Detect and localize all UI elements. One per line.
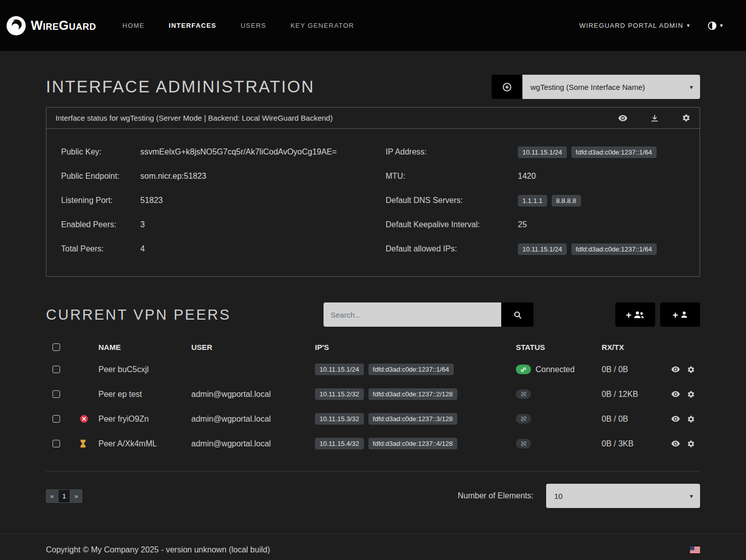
interface-settings-gear-icon[interactable] [682, 114, 690, 122]
elements-per-page-label: Number of Elements: [458, 491, 534, 500]
peer-ip-badges: 10.11.15.4/32 fdfd:d3ad:c0de:1237::4/128 [315, 438, 457, 449]
nav-item-interfaces[interactable]: INTERFACES [156, 22, 228, 29]
search-icon [513, 311, 522, 319]
peer-settings-gear-icon[interactable] [687, 440, 695, 448]
nav-item-users[interactable]: USERS [229, 22, 279, 29]
peer-rxtx: 0B / 12KB [602, 390, 671, 399]
col-status: STATUS [516, 343, 602, 351]
search-input[interactable] [324, 302, 501, 327]
disconnected-link-slash-icon [516, 389, 531, 399]
peer-settings-gear-icon[interactable] [687, 415, 695, 423]
peer-checkbox[interactable] [52, 440, 60, 447]
peer-user: admin@wgportal.local [191, 415, 315, 424]
user-menu-label: WIREGUARD PORTAL ADMIN [579, 22, 683, 29]
plus-icon: + [672, 310, 678, 320]
search-button[interactable] [501, 302, 534, 327]
peer-view-eye-icon[interactable] [671, 391, 680, 397]
copyright-text: Copyright © My Company 2025 - version un… [46, 545, 270, 554]
ip-badge: 10.11.15.1/24 [518, 243, 567, 255]
plus-circle-icon [502, 82, 512, 92]
field-public-endpoint: Public Endpoint: som.nicr.ep:51823 [61, 164, 386, 188]
circle-half-theme-icon [707, 21, 717, 31]
peer-disabled-icon [80, 415, 88, 423]
elements-per-page-select[interactable]: 10 ▾ [546, 484, 700, 508]
nav-item-home[interactable]: HOME [111, 22, 157, 29]
nav-item-key-generator[interactable]: KEY GENERATOR [279, 22, 366, 29]
brand-text: WireGuard [31, 18, 96, 33]
peer-checkbox[interactable] [52, 390, 60, 398]
peer-user: admin@wgportal.local [191, 390, 315, 399]
peer-add-buttons: + + [615, 302, 700, 327]
connected-link-icon [516, 365, 531, 374]
peers-table: NAME USER IP'S STATUS RX/TX Peer buC5cxj… [46, 337, 700, 472]
users-group-icon [633, 311, 645, 319]
peer-view-eye-icon[interactable] [671, 440, 680, 447]
field-default-dns: Default DNS Servers: 1.1.1.1 8.8.8.8 [386, 188, 690, 213]
download-config-icon[interactable] [651, 114, 659, 122]
language-flag-us-icon[interactable] [690, 546, 700, 553]
navbar: WireGuard HOME INTERFACES USERS KEY GENE… [0, 0, 746, 51]
field-value: 3 [140, 220, 145, 229]
chevron-down-icon: ▾ [689, 84, 693, 90]
pagination: « 1 » [46, 489, 82, 503]
ip-badges: 10.11.15.1/24 fdfd:d3ad:c0de:1237::1/64 [518, 146, 657, 158]
peer-row: Peer A/Xk4mML admin@wgportal.local 10.11… [46, 431, 700, 456]
add-multiple-peers-button[interactable]: + [615, 302, 655, 327]
card-header-actions [618, 114, 690, 122]
field-value: 51823 [140, 196, 163, 205]
select-all-checkbox[interactable] [52, 343, 60, 351]
add-peer-button[interactable]: + [660, 302, 700, 327]
ip-badge: fdfd:d3ad:c0de:1237::3/128 [368, 413, 457, 425]
interface-status-card: Interface status for wgTesting (Server M… [46, 107, 700, 277]
peer-row: Peer buC5cxjl 10.11.15.1/24 fdfd:d3ad:c0… [46, 357, 700, 382]
peer-ip-badges: 10.11.15.3/32 fdfd:d3ad:c0de:1237::3/128 [315, 413, 457, 425]
ip-badge: 10.11.15.1/24 [315, 364, 364, 375]
ip-badge: fdfd:d3ad:c0de:1237::1/64 [368, 364, 454, 375]
peer-user: admin@wgportal.local [191, 439, 315, 448]
dns-badges: 1.1.1.1 8.8.8.8 [518, 195, 581, 207]
interface-select-value: wgTesting (Some Interface Name) [530, 83, 645, 91]
peer-view-eye-icon[interactable] [671, 416, 680, 422]
navbar-right: WIREGUARD PORTAL ADMIN ▾ ▾ [579, 21, 723, 31]
chevron-down-icon: ▾ [689, 493, 693, 499]
interface-status-card-body: Public Key: ssvmEelxG+k8jsNO5G7cq5r/Ak7l… [46, 129, 700, 276]
allowed-ip-badges: 10.11.15.1/24 fdfd:d3ad:c0de:1237::1/64 [518, 243, 657, 255]
wireguard-logo[interactable]: WireGuard [6, 16, 96, 36]
field-value: 1420 [518, 172, 536, 181]
pagination-next-button[interactable]: » [70, 489, 82, 503]
peers-table-header: NAME USER IP'S STATUS RX/TX [46, 337, 700, 357]
ip-badge: 10.11.15.2/32 [315, 388, 364, 400]
wireguard-dragon-icon [6, 16, 26, 36]
add-interface-button[interactable] [492, 75, 522, 99]
field-listening-port: Listening Port: 51823 [61, 188, 386, 213]
peer-name: Peer ep test [98, 390, 191, 399]
field-mtu: MTU: 1420 [386, 164, 690, 188]
user-menu-dropdown[interactable]: WIREGUARD PORTAL ADMIN ▾ [579, 22, 690, 29]
field-enabled-peers: Enabled Peers: 3 [61, 213, 386, 237]
ip-badge: fdfd:d3ad:c0de:1237::1/64 [571, 243, 657, 255]
field-label: IP Address: [386, 147, 518, 157]
view-config-eye-icon[interactable] [618, 115, 627, 122]
peer-name: Peer fryiO9Zn [98, 415, 191, 424]
field-label: Default DNS Servers: [386, 196, 518, 205]
theme-toggle-dropdown[interactable]: ▾ [707, 21, 723, 31]
peer-checkbox[interactable] [52, 366, 60, 373]
field-value: som.nicr.ep:51823 [140, 172, 206, 181]
elements-per-page-value: 10 [554, 492, 563, 500]
peers-section-head: CURRENT VPN PEERS + [46, 302, 700, 327]
peer-rxtx: 0B / 3KB [602, 439, 671, 448]
col-ips: IP'S [315, 343, 516, 351]
interface-select[interactable]: wgTesting (Some Interface Name) ▾ [522, 75, 700, 99]
ip-badge: fdfd:d3ad:c0de:1237::1/64 [571, 146, 657, 158]
pagination-page-1-button[interactable]: 1 [58, 489, 70, 503]
field-public-key: Public Key: ssvmEelxG+k8jsNO5G7cq5r/Ak7l… [61, 140, 386, 164]
peer-view-eye-icon[interactable] [671, 366, 680, 373]
pagination-prev-button[interactable]: « [46, 489, 58, 503]
plus-icon: + [626, 310, 631, 320]
peer-checkbox[interactable] [52, 415, 60, 423]
peer-settings-gear-icon[interactable] [687, 390, 695, 398]
nav-links: HOME INTERFACES USERS KEY GENERATOR [111, 22, 366, 29]
disconnected-link-slash-icon [516, 439, 531, 448]
col-name: NAME [98, 343, 191, 351]
peer-settings-gear-icon[interactable] [687, 366, 695, 374]
